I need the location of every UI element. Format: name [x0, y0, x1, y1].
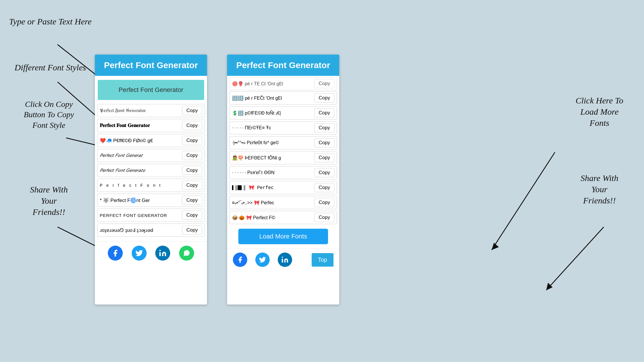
- copy-button[interactable]: Copy: [314, 153, 334, 162]
- left-input-box[interactable]: Perfect Font Generator: [98, 80, 204, 100]
- copy-button[interactable]: Copy: [314, 108, 334, 118]
- font-item: 📦·🎃 🎀 Perfect F© Copy: [229, 211, 337, 224]
- font-item: ¤ₐ•°‾ₐ•..>> 🎀 Perfec Copy: [229, 196, 337, 209]
- font-text: ·|••°°•» PεrfeΘt fo* ge©: [232, 140, 313, 145]
- svg-marker-11: [546, 283, 553, 290]
- left-input-value: Perfect Font Generator: [119, 86, 183, 93]
- font-text: ɹoʇɐɹǝuǝ⅁ ʇuoℲ ʇɔǝɟɹǝd: [100, 227, 180, 233]
- copy-button[interactable]: Copy: [314, 93, 334, 103]
- annotation-click-copy: Click On CopyButton To CopyFont Style: [7, 99, 91, 130]
- font-item: P e r f e c t F o n t Copy: [97, 179, 205, 192]
- copy-button[interactable]: Copy: [182, 136, 202, 145]
- left-panel-header: Perfect Font Generator: [95, 55, 207, 76]
- font-text: · · · · · ΠΕr©ŦE≡ Ŧc: [232, 125, 313, 130]
- font-text: 📦·🎃 🎀 Perfect F©: [232, 215, 313, 220]
- svg-marker-9: [492, 243, 499, 250]
- right-panel-header: Perfect Font Generator: [227, 55, 339, 76]
- font-item: 𝘗𝘦𝘳𝘧𝘦𝘤𝘵 𝘍𝘰𝘯𝘵 𝘎𝘦𝘯𝘦𝘳𝘢𝘵𝘰 Copy: [97, 164, 205, 177]
- font-text: 𝔓𝔢𝔯𝔣𝔢𝔠𝔱 𝔉𝔬𝔫𝔱 𝔊𝔢𝔫𝔢𝔯𝔞𝔱𝔬𝔯: [100, 108, 180, 113]
- font-item: 𝘗𝘦𝘳𝘧𝘦𝘤𝘵 𝘍𝘰𝘯𝘵 𝘎𝘦𝘯𝘦𝘳𝘢𝘵 Copy: [97, 149, 205, 162]
- font-item: 🧟🍄 ÞΕFΘΕCT fÔNt g Copy: [229, 151, 337, 164]
- right-panel-title: Perfect Font Generator: [231, 60, 336, 70]
- font-item: 𝐏𝐞𝐫𝐟𝐞𝐜𝐭 𝐅𝐨𝐧𝐭 𝐆𝐞𝐧𝐞𝐫𝐚𝐭𝐨𝐫 Copy: [97, 119, 205, 132]
- font-item: * 🐺 Perfect F🌀nt Ger Copy: [97, 194, 205, 207]
- font-text: 🧟🍄 ÞΕFΘΕCT fÔNt g: [232, 155, 313, 161]
- font-item: 🔢🔢 pé r FEČt 'Ont gEl Copy: [229, 91, 337, 105]
- font-item: · · · · · ΠΕr©ŦE≡ Ŧc Copy: [229, 121, 337, 134]
- whatsapp-button[interactable]: [179, 246, 194, 261]
- font-text: ❤️🧢 P€ff€©Ð FØn© g€: [100, 138, 180, 144]
- copy-button[interactable]: Copy: [182, 196, 202, 205]
- svg-point-12: [160, 250, 161, 251]
- left-social-bar: [95, 241, 207, 265]
- twitter-button[interactable]: [132, 246, 147, 261]
- left-panel: Perfect Font Generator Perfect Font Gene…: [95, 55, 207, 305]
- copy-button[interactable]: Copy: [182, 106, 202, 115]
- font-text: 𝐏𝐞𝐫𝐟𝐞𝐜𝐭 𝐅𝐨𝐧𝐭 𝐆𝐞𝐧𝐞𝐫𝐚𝐭𝐨𝐫: [100, 123, 180, 128]
- svg-point-13: [282, 257, 283, 258]
- annotation-type-paste: Type or Paste Text Here: [9, 16, 92, 27]
- annotation-share-left: Share WithYourFriends!!: [7, 184, 91, 217]
- annotation-click-load: Click Here ToLoad MoreFonts: [561, 95, 638, 128]
- right-font-list: 🔢🔢 pé r FEČt 'Ont gEl Copy 💲🔢 p©fFE©Ð fo…: [227, 91, 339, 224]
- copy-button[interactable]: Copy: [314, 168, 334, 177]
- font-item: ❤️🧢 P€ff€©Ð FØn© g€ Copy: [97, 134, 205, 147]
- font-item: PERFECT FONT GENERATOR Copy: [97, 209, 205, 222]
- font-text: ▌║█▌║ 🎀 Perfec: [232, 185, 313, 190]
- font-text: 𝘗𝘦𝘳𝘧𝘦𝘤𝘵 𝘍𝘰𝘯𝘵 𝘎𝘦𝘯𝘦𝘳𝘢𝘵: [100, 153, 180, 158]
- font-item: ·|••°°•» PεrfeΘt fo* ge© Copy: [229, 136, 337, 149]
- annotation-diff-fonts: Different Font Styles: [9, 62, 92, 73]
- font-text: · · · · · · Pεя'eΓτ ΘΘΝ: [232, 170, 313, 175]
- left-font-list: 𝔓𝔢𝔯𝔣𝔢𝔠𝔱 𝔉𝔬𝔫𝔱 𝔊𝔢𝔫𝔢𝔯𝔞𝔱𝔬𝔯 Copy 𝐏𝐞𝐫𝐟𝐞𝐜𝐭 𝐅𝐨𝐧𝐭…: [95, 104, 207, 238]
- load-more-button[interactable]: Load More Fonts: [238, 229, 328, 244]
- copy-button[interactable]: Copy: [182, 166, 202, 175]
- linkedin-button[interactable]: [155, 246, 170, 261]
- font-item: ɹoʇɐɹǝuǝ⅁ ʇuoℲ ʇɔǝɟɹǝd Copy: [97, 224, 205, 237]
- font-item: 💲🔢 p©fFE©Ð foÑt ¡€| Copy: [229, 106, 337, 120]
- copy-button[interactable]: Copy: [182, 226, 202, 235]
- font-text: 🔴🥊 pé r TE Ct 'Ont gEl: [232, 81, 313, 86]
- copy-button[interactable]: Copy: [182, 181, 202, 190]
- copy-button[interactable]: Copy: [182, 151, 202, 160]
- font-item: ▌║█▌║ 🎀 Perfec Copy: [229, 181, 337, 194]
- font-text: 𝘗𝘦𝘳𝘧𝘦𝘤𝘵 𝘍𝘰𝘯𝘵 𝘎𝘦𝘯𝘦𝘳𝘢𝘵𝘰: [100, 167, 180, 173]
- font-text: 💲🔢 p©fFE©Ð foÑt ¡€|: [232, 110, 313, 116]
- copy-button[interactable]: Copy: [314, 183, 334, 192]
- font-item: 𝔓𝔢𝔯𝔣𝔢𝔠𝔱 𝔉𝔬𝔫𝔱 𝔊𝔢𝔫𝔢𝔯𝔞𝔱𝔬𝔯 Copy: [97, 104, 205, 117]
- top-button[interactable]: Top: [312, 253, 334, 267]
- copy-button[interactable]: Copy: [182, 211, 202, 220]
- svg-line-8: [492, 152, 555, 250]
- copy-button[interactable]: Copy: [314, 138, 334, 147]
- font-item-partial: 🔴🥊 pé r TE Ct 'Ont gEl Copy: [229, 77, 337, 90]
- right-panel: Perfect Font Generator 🔴🥊 pé r TE Ct 'On…: [227, 55, 339, 305]
- annotation-share-right: Share WithYourFriends!!: [561, 172, 638, 206]
- facebook-button[interactable]: [108, 246, 123, 261]
- copy-button[interactable]: Copy: [182, 121, 202, 130]
- facebook-button[interactable]: [233, 253, 247, 267]
- copy-button[interactable]: Copy: [314, 213, 334, 222]
- copy-button[interactable]: Copy: [314, 198, 334, 207]
- font-text: ¤ₐ•°‾ₐ•..>> 🎀 Perfec: [232, 200, 313, 205]
- font-item: · · · · · · Pεя'eΓτ ΘΘΝ Copy: [229, 166, 337, 179]
- right-social-bar: Top: [227, 248, 339, 271]
- copy-button[interactable]: Copy: [314, 79, 334, 88]
- font-text: P e r f e c t F o n t: [100, 183, 180, 188]
- font-text: 🔢🔢 pé r FEČt 'Ont gEl: [232, 95, 313, 101]
- left-panel-title: Perfect Font Generator: [98, 60, 204, 70]
- copy-button[interactable]: Copy: [314, 123, 334, 132]
- font-text: * 🐺 Perfect F🌀nt Ger: [100, 197, 180, 203]
- svg-line-10: [546, 227, 604, 290]
- linkedin-button[interactable]: [278, 253, 292, 267]
- twitter-button[interactable]: [255, 253, 270, 267]
- font-text: PERFECT FONT GENERATOR: [100, 213, 180, 218]
